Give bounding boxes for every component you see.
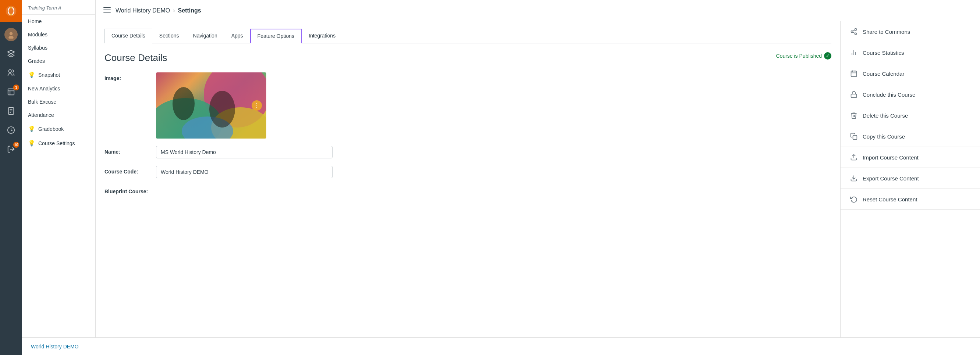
sidebar-grades[interactable]: 1 bbox=[0, 82, 22, 101]
breadcrumb-course-link[interactable]: World History DEMO bbox=[116, 7, 170, 14]
tab-integrations[interactable]: Integrations bbox=[302, 29, 342, 43]
import-icon bbox=[850, 154, 858, 161]
tabs-container: Course Details Sections Navigation Apps … bbox=[105, 29, 831, 43]
content-area: Course Details Sections Navigation Apps … bbox=[95, 21, 980, 355]
svg-line-28 bbox=[853, 32, 855, 33]
bulb-icon-2: 💡 bbox=[28, 125, 35, 132]
sidebar-item-snapshot[interactable]: 💡 Snapshot bbox=[22, 68, 95, 82]
course-code-input[interactable] bbox=[156, 166, 332, 178]
course-statistics-button[interactable]: Course Statistics bbox=[841, 42, 980, 63]
image-value: ⋮ bbox=[156, 72, 332, 139]
svg-point-4 bbox=[10, 32, 13, 35]
tab-sections[interactable]: Sections bbox=[152, 29, 186, 43]
right-sidebar: Share to Commons Course Statistics bbox=[840, 21, 980, 355]
svg-point-24 bbox=[209, 91, 235, 128]
sidebar-item-course-settings[interactable]: 💡 Course Settings bbox=[22, 136, 95, 150]
svg-point-2 bbox=[10, 6, 12, 8]
reset-content-button[interactable]: Reset Course Content bbox=[841, 189, 980, 210]
nav-sidebar: Training Term A Home Modules Syllabus Gr… bbox=[22, 0, 95, 355]
export-content-button[interactable]: Export Course Content bbox=[841, 168, 980, 189]
reset-icon bbox=[850, 195, 858, 203]
course-code-row: Course Code: bbox=[105, 166, 831, 178]
course-image-inner: ⋮ bbox=[156, 72, 266, 139]
tab-course-details[interactable]: Course Details bbox=[105, 29, 152, 43]
sidebar-groups[interactable] bbox=[0, 63, 22, 82]
svg-point-1 bbox=[10, 14, 12, 16]
course-image[interactable]: ⋮ bbox=[156, 72, 266, 139]
name-value bbox=[156, 146, 332, 158]
image-label: Image: bbox=[105, 72, 149, 81]
sidebar-item-syllabus[interactable]: Syllabus bbox=[22, 41, 95, 54]
term-label: Training Term A bbox=[22, 0, 95, 15]
import-content-button[interactable]: Import Course Content bbox=[841, 147, 980, 168]
svg-rect-33 bbox=[851, 71, 857, 76]
sidebar-item-modules[interactable]: Modules bbox=[22, 28, 95, 41]
sidebar-item-home[interactable]: Home bbox=[22, 15, 95, 28]
name-row: Name: bbox=[105, 146, 831, 158]
svg-point-26 bbox=[851, 31, 853, 33]
name-input[interactable] bbox=[156, 146, 332, 158]
copy-icon bbox=[850, 133, 858, 140]
sidebar-history[interactable] bbox=[0, 120, 22, 139]
course-calendar-button[interactable]: Course Calendar bbox=[841, 63, 980, 84]
export-icon bbox=[850, 174, 858, 182]
svg-rect-38 bbox=[853, 136, 857, 139]
bulb-icon-3: 💡 bbox=[28, 139, 35, 147]
course-details-header: Course Details Course is Published ✓ bbox=[105, 52, 831, 63]
tab-navigation[interactable]: Navigation bbox=[186, 29, 224, 43]
breadcrumb: World History DEMO › Settings bbox=[116, 7, 201, 14]
app-logo[interactable] bbox=[0, 0, 22, 22]
svg-point-23 bbox=[173, 87, 195, 120]
logout-badge: 10 bbox=[13, 142, 19, 148]
name-label: Name: bbox=[105, 146, 149, 155]
user-avatar bbox=[5, 28, 18, 41]
svg-rect-37 bbox=[851, 94, 857, 97]
statistics-icon bbox=[850, 49, 858, 56]
sidebar-item-attendance[interactable]: Attendance bbox=[22, 108, 95, 122]
tab-panel: Course Details Sections Navigation Apps … bbox=[95, 21, 840, 355]
blueprint-row: Blueprint Course: bbox=[105, 185, 831, 194]
svg-line-29 bbox=[853, 30, 855, 31]
share-to-commons-button[interactable]: Share to Commons bbox=[841, 21, 980, 42]
svg-rect-7 bbox=[8, 89, 14, 95]
icon-sidebar: 1 10 bbox=[0, 0, 22, 355]
share-icon bbox=[850, 28, 858, 35]
sidebar-logout[interactable]: 10 bbox=[0, 139, 22, 159]
grades-badge: 1 bbox=[13, 84, 19, 90]
svg-point-25 bbox=[855, 29, 857, 30]
image-row: Image: bbox=[105, 72, 831, 139]
blueprint-label: Blueprint Course: bbox=[105, 185, 149, 194]
svg-point-6 bbox=[9, 70, 11, 72]
course-code-label: Course Code: bbox=[105, 166, 149, 174]
published-check-icon: ✓ bbox=[824, 52, 831, 60]
sidebar-assignments[interactable] bbox=[0, 101, 22, 120]
image-menu-button[interactable]: ⋮ bbox=[251, 100, 262, 111]
bottom-bar: World History DEMO bbox=[95, 338, 980, 355]
delete-course-button[interactable]: Delete this Course bbox=[841, 105, 980, 126]
bulb-icon: 💡 bbox=[28, 71, 35, 78]
hamburger-button[interactable] bbox=[103, 6, 111, 15]
tab-apps[interactable]: Apps bbox=[224, 29, 250, 43]
svg-point-27 bbox=[855, 33, 857, 35]
sidebar-item-new-analytics[interactable]: New Analytics bbox=[22, 82, 95, 95]
copy-course-button[interactable]: Copy this Course bbox=[841, 126, 980, 147]
breadcrumb-current: Settings bbox=[178, 7, 201, 14]
breadcrumb-separator: › bbox=[173, 7, 175, 14]
sidebar-item-gradebook[interactable]: 💡 Gradebook bbox=[22, 122, 95, 136]
sidebar-item-bulk-excuse[interactable]: Bulk Excuse bbox=[22, 95, 95, 108]
lock-icon bbox=[850, 91, 858, 98]
sidebar-item-grades[interactable]: Grades bbox=[22, 54, 95, 68]
course-code-value bbox=[156, 166, 332, 178]
sidebar-avatar[interactable] bbox=[0, 25, 22, 44]
published-badge: Course is Published ✓ bbox=[776, 52, 831, 60]
sidebar-courses[interactable] bbox=[0, 44, 22, 63]
tab-feature-options[interactable]: Feature Options bbox=[250, 29, 302, 43]
trash-icon bbox=[850, 112, 858, 119]
course-details-title: Course Details bbox=[105, 52, 167, 63]
top-header: World History DEMO › Settings bbox=[95, 0, 980, 21]
conclude-course-button[interactable]: Conclude this Course bbox=[841, 84, 980, 105]
main-content: World History DEMO › Settings Course Det… bbox=[95, 0, 980, 355]
calendar-icon bbox=[850, 70, 858, 77]
